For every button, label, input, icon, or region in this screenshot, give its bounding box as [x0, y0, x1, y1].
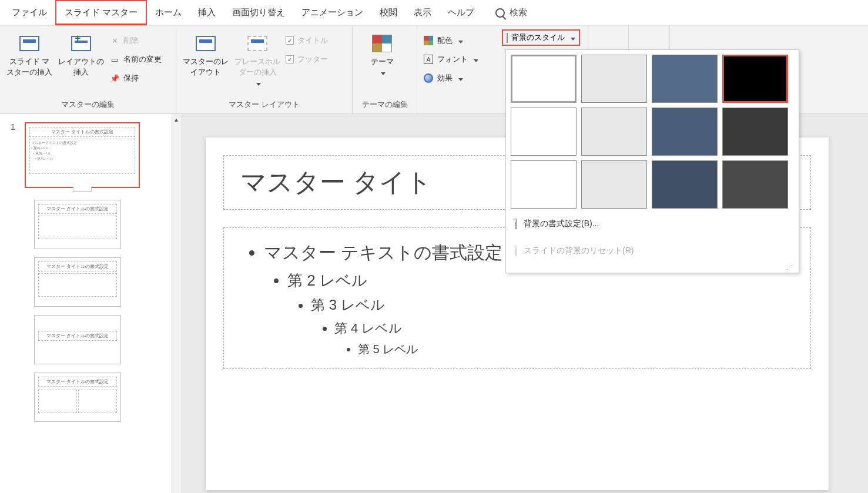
tab-help[interactable]: ヘルプ: [440, 0, 482, 25]
slide-master-icon: [19, 36, 39, 51]
swatch-grid: [511, 55, 794, 209]
theme-icon: [372, 35, 392, 52]
bg-swatch-6[interactable]: [652, 108, 718, 156]
bg-swatch-1[interactable]: [581, 55, 647, 103]
bg-style-icon: [507, 33, 508, 43]
thumbnail-layout-3[interactable]: マスター タイトルの書式設定: [34, 315, 121, 364]
tab-file[interactable]: ファイル: [4, 0, 55, 25]
thumbnail-layout-2[interactable]: マスター タイトルの書式設定: [34, 257, 121, 307]
bg-swatch-2[interactable]: [652, 55, 718, 103]
group-master-layout: マスターのレイアウト プレースホルダーの挿入 タイトル フッター マスター レイ…: [176, 26, 353, 113]
tab-review[interactable]: 校閲: [371, 0, 405, 25]
tab-transition[interactable]: 画面切り替え: [224, 0, 293, 25]
bg-swatch-4[interactable]: [511, 108, 577, 156]
effects-icon: [424, 73, 433, 83]
thumbnail-panel: 1 マスター タイトルの書式設定 マスターテキストの書式設定• 第2レベル • …: [0, 114, 182, 493]
thumbnail-scrollbar[interactable]: ▲: [171, 114, 182, 493]
bg-swatch-8[interactable]: [511, 160, 577, 209]
tab-bar: ファイル スライド マスター ホーム 挿入 画面切り替え アニメーション 校閲 …: [0, 0, 868, 26]
bg-swatch-3[interactable]: [722, 55, 788, 103]
preserve-button[interactable]: 📌 保持: [109, 71, 162, 86]
group-master-edit: スライド マスターの挿入 + レイアウトの挿入 ✕ 削除 ▭ 名前の変更 📌 保…: [0, 26, 176, 113]
tab-home[interactable]: ホーム: [147, 0, 190, 25]
tab-view[interactable]: 表示: [405, 0, 440, 25]
theme-button[interactable]: テーマ: [358, 29, 405, 97]
placeholder-icon: [247, 36, 267, 51]
bg-swatch-0[interactable]: [511, 55, 577, 103]
delete-button: ✕ 削除: [109, 33, 162, 48]
slide-number: 1: [11, 122, 19, 132]
font-icon: A: [424, 55, 433, 64]
insert-layout-button[interactable]: + レイアウトの挿入: [58, 29, 105, 97]
group-label-theme-edit: テーマの編集: [358, 97, 411, 113]
colors-icon: [424, 36, 433, 45]
reset-background-item: スライドの背景のリセット(R): [511, 239, 794, 263]
bg-swatch-9[interactable]: [581, 160, 647, 209]
thumbnail-master[interactable]: マスター タイトルの書式設定 マスターテキストの書式設定• 第2レベル • 第3…: [25, 122, 140, 188]
delete-icon: ✕: [109, 35, 120, 46]
search-label: 検索: [510, 7, 527, 18]
colors-button[interactable]: 配色: [423, 33, 478, 48]
thumbnail-layout-4[interactable]: マスター タイトルの書式設定: [34, 373, 121, 422]
background-styles-dropdown: 背景の書式設定(B)... スライドの背景のリセット(R) ⋰: [505, 49, 799, 273]
scroll-up-icon[interactable]: ▲: [171, 114, 182, 125]
thumbnail-layout-1[interactable]: マスター タイトルの書式設定: [34, 200, 121, 249]
bg-swatch-5[interactable]: [581, 108, 647, 156]
format-bg-icon: [515, 219, 517, 229]
tab-insert[interactable]: 挿入: [190, 0, 224, 25]
layout-icon: +: [71, 36, 91, 51]
rename-icon: ▭: [109, 54, 120, 65]
preserve-icon: 📌: [109, 73, 120, 83]
rename-button[interactable]: ▭ 名前の変更: [109, 52, 162, 67]
fonts-button[interactable]: A フォント: [423, 52, 478, 67]
title-checkbox: タイトル: [286, 33, 328, 48]
resize-grip[interactable]: ⋰: [511, 263, 794, 270]
format-background-item[interactable]: 背景の書式設定(B)...: [511, 212, 794, 236]
bg-swatch-7[interactable]: [722, 108, 788, 156]
group-label-master-edit: マスターの編集: [6, 97, 170, 113]
group-label-master-layout: マスター レイアウト: [182, 97, 346, 113]
tab-animation[interactable]: アニメーション: [293, 0, 371, 25]
bg-swatch-10[interactable]: [652, 160, 718, 209]
checkbox-icon: [286, 36, 294, 45]
master-layout-icon: [196, 36, 216, 51]
bg-swatch-11[interactable]: [722, 160, 788, 209]
checkbox-icon: [286, 55, 294, 63]
insert-slide-master-button[interactable]: スライド マスターの挿入: [6, 29, 53, 97]
search-box[interactable]: 検索: [487, 0, 535, 25]
effects-button[interactable]: 効果: [423, 71, 478, 86]
background-styles-button[interactable]: 背景のスタイル: [502, 29, 580, 46]
group-theme-edit: テーマ テーマの編集: [353, 26, 417, 113]
insert-placeholder-button: プレースホルダーの挿入: [234, 29, 281, 97]
reset-bg-icon: [515, 246, 517, 256]
search-icon: [495, 8, 505, 18]
footer-checkbox: フッター: [286, 52, 328, 67]
tab-slide-master[interactable]: スライド マスター: [55, 0, 147, 25]
master-layout-button[interactable]: マスターのレイアウト: [182, 29, 229, 97]
